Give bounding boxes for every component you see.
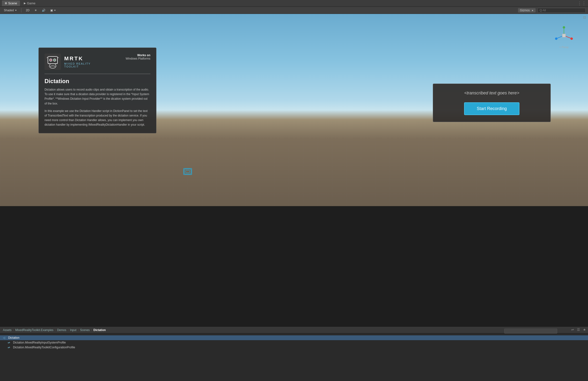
gizmos-button[interactable]: Gizmos ▼ — [518, 8, 536, 13]
bottom-panel: Assets › MixedRealityToolkit.Examples › … — [0, 326, 588, 381]
tab-bar-collapse[interactable]: ⋮⋮ — [577, 1, 586, 6]
svg-line-6 — [55, 64, 56, 67]
breadcrumb-input[interactable]: Input — [70, 328, 77, 332]
scene-icon: ◁ — [3, 336, 7, 340]
breadcrumb-scenes[interactable]: Scenes — [80, 328, 90, 332]
ground-grid — [0, 122, 588, 206]
mrtk-title: MRTK — [64, 56, 91, 62]
expand-cols-icon[interactable]: ⇌ — [571, 328, 574, 331]
svg-point-9 — [54, 59, 55, 61]
svg-text:Y: Y — [563, 26, 565, 26]
filter-icon[interactable]: ☰ — [577, 328, 580, 331]
sep2: › — [55, 329, 56, 331]
svg-line-5 — [49, 64, 50, 67]
svg-point-7 — [50, 66, 56, 68]
sep1: › — [13, 329, 14, 331]
svg-point-16 — [570, 38, 573, 40]
tree-item-profile2[interactable]: ⇌ Dictation.MixedRealityToolkitConfigura… — [0, 345, 588, 350]
star-icon[interactable]: ★ — [583, 328, 586, 331]
svg-point-13 — [563, 26, 565, 29]
sep5: › — [91, 329, 92, 331]
aspect-icon: ▣ — [50, 9, 53, 12]
bottom-search-input[interactable] — [504, 329, 557, 333]
shaded-dropdown[interactable]: Shaded ▼ — [2, 8, 18, 13]
mrtk-body: Dictation allows users to record audio c… — [44, 87, 150, 127]
svg-point-18 — [555, 38, 557, 40]
aspect-dropdown[interactable]: ▣ ▼ — [49, 8, 58, 13]
mrtk-body-p2: In this example we use the Dictation Han… — [44, 109, 150, 127]
persp-label: < Persp — [559, 46, 568, 49]
dictation-ui-panel: <transcribed text goes here> Start Recor… — [433, 84, 551, 122]
tab-bar: ⊞ Scene ▶ Game ⋮⋮ — [0, 0, 588, 7]
svg-rect-19 — [562, 34, 566, 37]
gizmos-chevron-icon: ▼ — [531, 9, 534, 12]
aspect-chevron-icon: ▼ — [54, 9, 56, 12]
scene-tab-label: Scene — [8, 1, 17, 5]
scene-tab-icon: ⊞ — [5, 2, 7, 5]
mrtk-subtitle: MIXED REALITYTOOLKIT — [64, 62, 91, 68]
tree-item-profile1-label: Dictation.MixedRealityInputSystemProfile — [13, 341, 66, 344]
tab-scene[interactable]: ⊞ Scene — [2, 0, 20, 6]
mrtk-logo-svg — [45, 55, 60, 69]
audio-toggle[interactable]: 🔊 — [41, 8, 47, 13]
breadcrumb-demos[interactable]: Demos — [57, 328, 66, 332]
sep3: › — [68, 329, 68, 331]
tree-item-profile2-label: Dictation.MixedRealityToolkitConfigurati… — [13, 346, 75, 349]
mrtk-section-title: Dictation — [44, 78, 150, 85]
mrtk-info-panel: MRTK MIXED REALITYTOOLKIT Works on Windo… — [39, 48, 156, 133]
mrtk-logo-area: MRTK MIXED REALITYTOOLKIT — [44, 54, 91, 70]
prefab-icon-1: ⇌ — [8, 341, 12, 344]
mrtk-body-p1: Dictation allows users to record audio c… — [44, 87, 150, 106]
mrtk-logo-icon — [44, 54, 61, 70]
bottom-panel-icons: ⇌ ☰ ★ — [571, 328, 586, 331]
axis-gizmo: Y < Persp — [554, 26, 574, 50]
toolbar-sep-1 — [21, 8, 21, 13]
viewport-controls-right: ⊡ — [583, 15, 586, 19]
object-gizmo-icon — [184, 169, 191, 174]
svg-rect-0 — [0, 122, 588, 206]
prefab-icon-2: ⇌ — [8, 346, 12, 349]
axis-gizmo-svg: Y — [554, 26, 574, 45]
svg-point-8 — [50, 59, 51, 61]
tree-item-dictation[interactable]: ◁ Dictation — [0, 335, 588, 340]
project-tree: ◁ Dictation ⇌ Dictation.MixedRealityInpu… — [0, 333, 588, 352]
breadcrumb-mrtk-examples[interactable]: MixedRealityToolkit.Examples — [15, 328, 53, 332]
tree-item-profile1[interactable]: ⇌ Dictation.MixedRealityInputSystemProfi… — [0, 340, 588, 345]
shaded-chevron-icon: ▼ — [15, 9, 17, 12]
breadcrumb-dictation[interactable]: Dictation — [93, 328, 106, 332]
search-input[interactable] — [537, 8, 586, 13]
lighting-toggle[interactable]: ☀ — [33, 8, 39, 13]
sun-icon: ☀ — [34, 9, 37, 12]
start-recording-button[interactable]: Start Recording — [464, 102, 519, 115]
game-tab-icon: ▶ — [24, 2, 26, 5]
transcribed-text-display: <transcribed text goes here> — [441, 91, 543, 95]
tree-item-dictation-label: Dictation — [8, 336, 20, 340]
mrtk-works-on: Works on Windows Platforms — [126, 54, 150, 60]
breadcrumb-bar: Assets › MixedRealityToolkit.Examples › … — [0, 327, 588, 333]
svg-rect-11 — [186, 170, 189, 173]
breadcrumb-assets[interactable]: Assets — [3, 328, 12, 332]
twod-toggle[interactable]: 2D — [24, 8, 31, 13]
game-tab-label: Game — [27, 1, 35, 5]
scene-viewport: MRTK MIXED REALITYTOOLKIT Works on Windo… — [0, 14, 588, 206]
maximize-icon[interactable]: ⊡ — [583, 15, 586, 19]
mrtk-title-block: MRTK MIXED REALITYTOOLKIT — [64, 56, 91, 68]
svg-rect-10 — [184, 169, 191, 174]
tab-game[interactable]: ▶ Game — [21, 0, 38, 6]
toolbar: Shaded ▼ 2D ☀ 🔊 ▣ ▼ Gizmos ▼ — [0, 7, 588, 14]
toolbar-right: Gizmos ▼ — [518, 8, 586, 13]
scene-object-icon — [183, 168, 192, 175]
mrtk-divider — [44, 74, 150, 74]
sep4: › — [78, 329, 79, 331]
mrtk-header: MRTK MIXED REALITYTOOLKIT Works on Windo… — [44, 54, 150, 70]
audio-icon: 🔊 — [42, 9, 45, 12]
